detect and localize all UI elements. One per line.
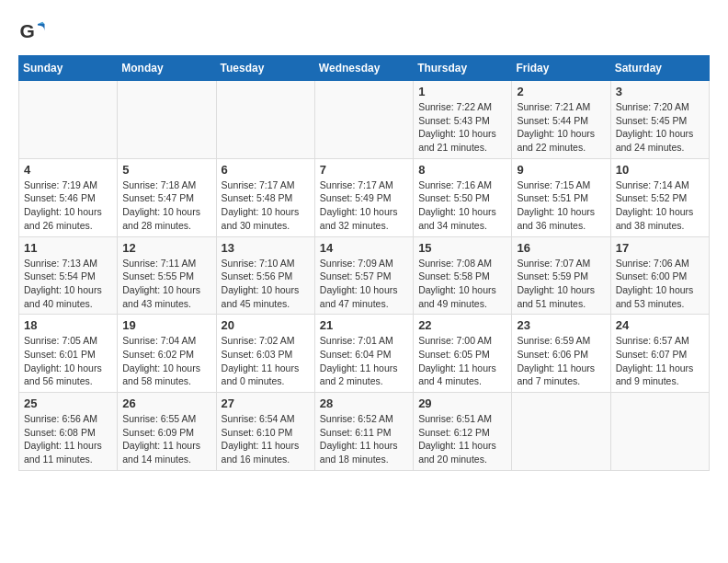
day-number: 21: [320, 318, 408, 332]
calendar-day: 5Sunrise: 7:18 AM Sunset: 5:47 PM Daylig…: [118, 158, 216, 236]
day-number: 23: [517, 318, 605, 332]
day-number: 9: [517, 163, 605, 177]
day-number: 4: [24, 163, 112, 177]
day-number: 20: [222, 318, 310, 332]
calendar-day: 14Sunrise: 7:09 AM Sunset: 5:57 PM Dayli…: [314, 236, 413, 315]
day-info: Sunrise: 7:01 AM Sunset: 6:04 PM Dayligh…: [320, 334, 408, 388]
calendar-day: 4Sunrise: 7:19 AM Sunset: 5:46 PM Daylig…: [19, 158, 118, 236]
day-number: 17: [616, 241, 704, 255]
day-info: Sunrise: 7:07 AM Sunset: 5:59 PM Dayligh…: [517, 257, 605, 311]
calendar-day: 26Sunrise: 6:55 AM Sunset: 6:09 PM Dayli…: [118, 393, 216, 471]
calendar-day: 7Sunrise: 7:17 AM Sunset: 5:49 PM Daylig…: [314, 158, 413, 236]
day-info: Sunrise: 7:11 AM Sunset: 5:55 PM Dayligh…: [122, 257, 210, 311]
svg-text:G: G: [20, 20, 35, 41]
logo-icon: G: [18, 18, 46, 46]
day-info: Sunrise: 7:14 AM Sunset: 5:52 PM Dayligh…: [616, 178, 704, 233]
calendar-day: 10Sunrise: 7:14 AM Sunset: 5:52 PM Dayli…: [610, 158, 709, 236]
day-info: Sunrise: 7:08 AM Sunset: 5:58 PM Dayligh…: [418, 257, 506, 311]
day-header-sunday: Sunday: [19, 56, 118, 81]
calendar-day: 17Sunrise: 7:06 AM Sunset: 6:00 PM Dayli…: [610, 236, 709, 315]
day-info: Sunrise: 7:19 AM Sunset: 5:46 PM Dayligh…: [24, 178, 112, 233]
calendar-day: 13Sunrise: 7:10 AM Sunset: 5:56 PM Dayli…: [216, 236, 314, 315]
day-number: 1: [418, 85, 506, 98]
day-header-tuesday: Tuesday: [216, 56, 314, 81]
day-info: Sunrise: 6:56 AM Sunset: 6:08 PM Dayligh…: [24, 412, 112, 466]
page-header: G: [18, 18, 710, 46]
calendar-day: 6Sunrise: 7:17 AM Sunset: 5:48 PM Daylig…: [216, 158, 314, 236]
calendar-day: 29Sunrise: 6:51 AM Sunset: 6:12 PM Dayli…: [414, 393, 512, 471]
day-number: 11: [24, 241, 112, 255]
calendar-day: [216, 81, 314, 159]
day-number: 26: [122, 396, 210, 410]
calendar-day: 18Sunrise: 7:05 AM Sunset: 6:01 PM Dayli…: [19, 315, 118, 393]
day-info: Sunrise: 7:09 AM Sunset: 5:57 PM Dayligh…: [320, 257, 408, 311]
day-info: Sunrise: 7:18 AM Sunset: 5:47 PM Dayligh…: [122, 178, 210, 233]
day-info: Sunrise: 6:51 AM Sunset: 6:12 PM Dayligh…: [418, 412, 506, 466]
day-info: Sunrise: 7:00 AM Sunset: 6:05 PM Dayligh…: [418, 334, 506, 388]
calendar-day: 22Sunrise: 7:00 AM Sunset: 6:05 PM Dayli…: [414, 315, 512, 393]
day-number: 3: [616, 85, 704, 98]
calendar-day: 3Sunrise: 7:20 AM Sunset: 5:45 PM Daylig…: [610, 81, 709, 159]
calendar-day: 16Sunrise: 7:07 AM Sunset: 5:59 PM Dayli…: [512, 236, 610, 315]
calendar-day: 1Sunrise: 7:22 AM Sunset: 5:43 PM Daylig…: [414, 81, 512, 159]
day-header-saturday: Saturday: [610, 56, 709, 81]
calendar-day: 19Sunrise: 7:04 AM Sunset: 6:02 PM Dayli…: [118, 315, 216, 393]
calendar-week-3: 11Sunrise: 7:13 AM Sunset: 5:54 PM Dayli…: [19, 236, 710, 315]
calendar-day: 25Sunrise: 6:56 AM Sunset: 6:08 PM Dayli…: [19, 393, 118, 471]
day-info: Sunrise: 7:06 AM Sunset: 6:00 PM Dayligh…: [616, 257, 704, 311]
calendar-week-2: 4Sunrise: 7:19 AM Sunset: 5:46 PM Daylig…: [19, 158, 710, 236]
calendar-day: [610, 393, 709, 471]
day-number: 24: [616, 318, 704, 332]
calendar-day: 12Sunrise: 7:11 AM Sunset: 5:55 PM Dayli…: [118, 236, 216, 315]
day-number: 7: [320, 163, 408, 177]
day-info: Sunrise: 7:04 AM Sunset: 6:02 PM Dayligh…: [122, 334, 210, 388]
day-number: 25: [24, 396, 112, 410]
day-info: Sunrise: 7:13 AM Sunset: 5:54 PM Dayligh…: [24, 257, 112, 311]
day-header-monday: Monday: [118, 56, 216, 81]
day-info: Sunrise: 7:17 AM Sunset: 5:49 PM Dayligh…: [320, 178, 408, 233]
day-info: Sunrise: 6:55 AM Sunset: 6:09 PM Dayligh…: [122, 412, 210, 466]
day-number: 29: [418, 396, 506, 410]
calendar-day: [512, 393, 610, 471]
day-number: 19: [122, 318, 210, 332]
day-number: 18: [24, 318, 112, 332]
calendar-week-4: 18Sunrise: 7:05 AM Sunset: 6:01 PM Dayli…: [19, 315, 710, 393]
logo: G: [18, 18, 50, 46]
calendar-day: 23Sunrise: 6:59 AM Sunset: 6:06 PM Dayli…: [512, 315, 610, 393]
calendar-day: 11Sunrise: 7:13 AM Sunset: 5:54 PM Dayli…: [19, 236, 118, 315]
day-number: 15: [418, 241, 506, 255]
day-number: 8: [418, 163, 506, 177]
day-number: 28: [320, 396, 408, 410]
day-info: Sunrise: 7:22 AM Sunset: 5:43 PM Dayligh…: [418, 100, 506, 155]
calendar-day: 24Sunrise: 6:57 AM Sunset: 6:07 PM Dayli…: [610, 315, 709, 393]
day-info: Sunrise: 7:02 AM Sunset: 6:03 PM Dayligh…: [222, 334, 310, 388]
calendar-table: SundayMondayTuesdayWednesdayThursdayFrid…: [18, 55, 710, 471]
calendar-body: 1Sunrise: 7:22 AM Sunset: 5:43 PM Daylig…: [19, 81, 710, 471]
day-info: Sunrise: 6:54 AM Sunset: 6:10 PM Dayligh…: [222, 412, 310, 466]
calendar-day: [118, 81, 216, 159]
day-info: Sunrise: 7:20 AM Sunset: 5:45 PM Dayligh…: [616, 100, 704, 155]
day-info: Sunrise: 6:52 AM Sunset: 6:11 PM Dayligh…: [320, 412, 408, 466]
day-number: 6: [222, 163, 310, 177]
day-header-friday: Friday: [512, 56, 610, 81]
day-info: Sunrise: 7:16 AM Sunset: 5:50 PM Dayligh…: [418, 178, 506, 233]
day-info: Sunrise: 7:15 AM Sunset: 5:51 PM Dayligh…: [517, 178, 605, 233]
calendar-day: 9Sunrise: 7:15 AM Sunset: 5:51 PM Daylig…: [512, 158, 610, 236]
day-info: Sunrise: 6:57 AM Sunset: 6:07 PM Dayligh…: [616, 334, 704, 388]
calendar-day: 2Sunrise: 7:21 AM Sunset: 5:44 PM Daylig…: [512, 81, 610, 159]
calendar-day: 15Sunrise: 7:08 AM Sunset: 5:58 PM Dayli…: [414, 236, 512, 315]
day-number: 27: [222, 396, 310, 410]
day-info: Sunrise: 6:59 AM Sunset: 6:06 PM Dayligh…: [517, 334, 605, 388]
calendar-day: [19, 81, 118, 159]
day-info: Sunrise: 7:10 AM Sunset: 5:56 PM Dayligh…: [222, 257, 310, 311]
day-number: 14: [320, 241, 408, 255]
day-header-wednesday: Wednesday: [314, 56, 413, 81]
day-number: 16: [517, 241, 605, 255]
calendar-week-1: 1Sunrise: 7:22 AM Sunset: 5:43 PM Daylig…: [19, 81, 710, 159]
calendar-day: [314, 81, 413, 159]
day-number: 5: [122, 163, 210, 177]
day-number: 2: [517, 85, 605, 98]
day-header-thursday: Thursday: [414, 56, 512, 81]
day-number: 10: [616, 163, 704, 177]
day-number: 13: [222, 241, 310, 255]
